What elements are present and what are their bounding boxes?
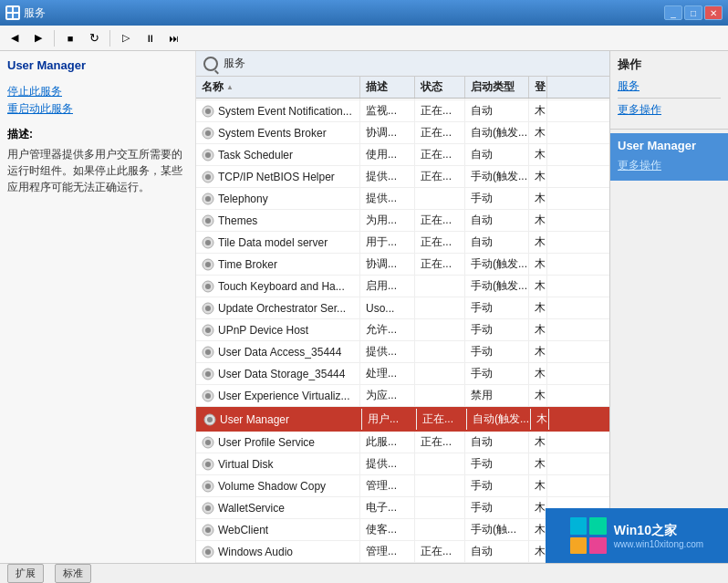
table-row[interactable]: Themes 为用... 正在... 自动 木 [196,210,609,232]
table-row[interactable]: System Events Broker 协调... 正在... 自动(触发..… [196,122,609,144]
table-row[interactable]: User Manager 用户... 正在... 自动(触发... 木 [196,407,609,432]
standard-tab[interactable]: 标准 [55,564,91,583]
cell-login: 木 [531,409,549,430]
cell-service-name: UPnP Device Host [196,319,360,340]
cell-service-name: Telephony [196,188,360,209]
cell-status: 正在... [415,99,465,99]
service-icon [202,546,214,558]
search-bar: 服务 [196,51,609,77]
svg-point-19 [205,196,211,202]
service-description: 用户管理器提供多用户交互所需要的运行时组件。如果停止此服务，某些应用程序可能无法… [7,146,188,195]
expand-tab[interactable]: 扩展 [7,564,44,583]
svg-rect-2 [7,14,12,18]
col-login[interactable]: 登 [529,77,547,98]
cell-service-name: Virtual Disk [196,453,360,474]
desc-label: 描述: [7,127,188,142]
col-status[interactable]: 状态 [415,77,465,98]
cell-status [415,497,465,518]
cell-desc: 提供... [360,166,415,187]
table-row[interactable]: System Event Notification... 监视... 正在...… [196,100,609,122]
window-controls[interactable]: _ □ ✕ [664,5,723,20]
col-desc[interactable]: 描述 [360,77,415,98]
cell-status [415,363,465,384]
maximize-button[interactable]: □ [684,5,702,20]
win-pane-green [589,517,607,535]
svg-point-43 [205,462,211,467]
cell-status: 正在... [415,232,465,253]
svg-point-13 [205,130,211,136]
close-button[interactable]: ✕ [704,5,723,20]
next-button[interactable]: ⏭ [162,28,184,48]
cell-startup: 自动(触发... [465,122,529,143]
table-row[interactable]: Virtual Disk 提供... 手动 木 [196,453,609,475]
cell-login: 木 [529,475,547,496]
table-row[interactable]: Touch Keyboard and Ha... 启用... 手动(触发... … [196,276,609,297]
cell-login: 木 [529,363,547,384]
service-icon [202,280,214,293]
col-name[interactable]: 名称 ▲ [196,77,360,98]
table-row[interactable]: Task Scheduler 使用... 正在... 自动 木 [196,144,609,166]
restart-service-link[interactable]: 重启动此服务 [7,101,188,117]
cell-login: 木 [529,519,547,540]
service-icon [202,502,214,515]
cell-service-name: Task Scheduler [196,144,360,165]
table-row[interactable]: User Experience Virtualiz... 为应... 禁用 木 [196,385,609,407]
service-icon [202,480,214,493]
cell-desc: 此服... [360,432,415,453]
actions-more-link[interactable]: 更多操作 [618,102,721,118]
refresh-button[interactable]: ↻ [83,28,105,48]
table-row[interactable]: UPnP Device Host 允许... 手动 木 [196,319,609,341]
table-row[interactable]: User Profile Service 此服... 正在... 自动 木 [196,432,609,453]
stop-service-link[interactable]: 停止此服务 [7,84,188,99]
right-panel-div-1 [618,98,721,99]
cell-status: 正在... [415,144,465,165]
cell-service-name: User Experience Virtualiz... [196,385,360,406]
svg-point-41 [205,440,211,445]
table-row[interactable]: TCP/IP NetBIOS Helper 提供... 正在... 手动(触发.… [196,166,609,188]
table-row[interactable]: Volume Shadow Copy 管理... 手动 木 [196,475,609,497]
cell-startup: 自动 [465,541,529,562]
play-button[interactable]: ▷ [115,28,137,48]
col-startup[interactable]: 启动类型 [465,77,529,98]
cell-service-name: Themes [196,210,360,231]
service-icon [202,524,214,536]
window-title: 服务 [24,5,660,21]
actions-services-link[interactable]: 服务 [618,78,721,94]
service-icon [202,105,214,118]
forward-button[interactable]: ▶ [27,28,49,48]
service-icon [202,436,214,449]
right-panel-div-2 [610,129,728,130]
selected-section: User Manager 更多操作 [610,133,728,181]
cell-startup: 禁用 [465,385,529,406]
selected-more-link[interactable]: 更多操作 [618,158,721,173]
services-table[interactable]: Storage Service 为存... 手动(触发... 木 Storage… [196,99,609,563]
cell-login: 木 [529,122,547,143]
table-row[interactable]: Telephony 提供... 手动 木 [196,188,609,210]
cell-status [415,453,465,474]
pause-button[interactable]: ⏸ [139,28,161,48]
cell-desc: 为应... [360,385,415,406]
cell-service-name: WalletService [196,497,360,518]
table-row[interactable]: Time Broker 协调... 正在... 手动(触发... 木 [196,254,609,276]
back-button[interactable]: ◀ [4,28,26,48]
cell-desc: 提供... [360,453,415,474]
table-row[interactable]: Update Orchestrator Ser... Uso... 手动 木 [196,297,609,319]
cell-login: 木 [529,99,547,99]
cell-status [415,188,465,209]
toolbar-sep-2 [109,30,110,47]
table-row[interactable]: Tile Data model server 用于... 正在... 自动 木 [196,232,609,254]
service-icon [202,171,214,183]
cell-desc: 使客... [360,519,415,540]
service-icon [203,413,216,426]
watermark-url: www.win10xitong.com [614,539,703,549]
status-bar: 扩展 标准 [0,563,728,583]
table-row[interactable]: User Data Storage_35444 处理... 手动 木 [196,363,609,385]
minimize-button[interactable]: _ [664,5,682,20]
cell-status [415,519,465,540]
cell-desc: 维护... [360,99,415,99]
service-icon [202,214,214,227]
cell-startup: 手动 [465,188,529,209]
table-row[interactable]: User Data Access_35444 提供... 手动 木 [196,341,609,363]
stop-button[interactable]: ■ [59,28,81,48]
actions-section: 操作 服务 更多操作 [610,51,728,125]
